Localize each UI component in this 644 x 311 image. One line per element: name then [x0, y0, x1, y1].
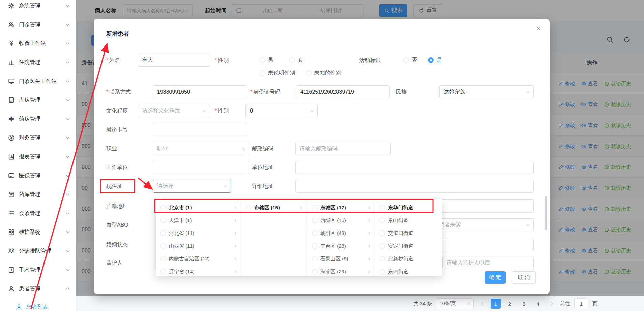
sidebar-item-label: 患者管理	[19, 285, 65, 292]
sidebar-item-inpatient-mgmt[interactable]: 住院管理	[0, 53, 76, 72]
sidebar-item-outpatient-mgmt[interactable]: 门诊管理	[0, 15, 76, 34]
current-address-cascader-select[interactable]: 请选择	[153, 180, 231, 193]
sidebar-item-label: 药房管理	[19, 116, 65, 123]
next-page-button[interactable]	[547, 299, 556, 308]
modal-title: 新增患者	[106, 30, 129, 38]
cascader-option[interactable]: 北新桥街道	[375, 252, 442, 265]
sidebar-item-insurance-mgmt[interactable]: 医保管理	[0, 166, 76, 185]
gender-radio-unknown[interactable]: 未知的性别	[306, 67, 341, 80]
cascader-option[interactable]: 交道口街道	[375, 227, 442, 240]
radio-icon	[380, 205, 385, 210]
cascader-option[interactable]: 安定门街道	[375, 240, 442, 252]
page-button-1[interactable]: 1	[491, 299, 501, 309]
cascader-option[interactable]: 天津市 (1)	[156, 214, 241, 227]
gender-radio-male[interactable]: 男	[260, 54, 273, 67]
cascader-option[interactable]: 内蒙古自治区 (12)	[156, 252, 241, 265]
radio-icon	[380, 269, 385, 274]
contact-input[interactable]	[153, 85, 247, 98]
cascader-option[interactable]: 市辖区 (16)	[241, 201, 307, 214]
grid-icon	[8, 229, 15, 236]
cascader-option[interactable]: 东四街道	[375, 265, 442, 276]
sidebar-item-patient-list[interactable]: 患者列表	[0, 298, 76, 311]
sidebar-item-report-mgmt[interactable]: 报表管理	[0, 147, 76, 166]
sidebar-item-system-mgmt[interactable]: 系统管理	[0, 0, 76, 15]
chevron-right-icon	[367, 231, 371, 236]
cascader-option[interactable]: 海淀区 (29)	[307, 265, 375, 276]
cascader-option[interactable]: 东华门街道	[375, 201, 442, 214]
sidebar-item-label: 财务管理	[19, 134, 65, 142]
sidebar-item-warehouse-mgmt[interactable]: 库房管理	[0, 91, 76, 110]
radio-icon	[246, 205, 251, 210]
sidebar-item-surgery-mgmt[interactable]: 手术管理	[0, 260, 76, 279]
sidebar-item-finance-mgmt[interactable]: 财务管理	[0, 128, 76, 147]
chevron-up-icon	[223, 184, 228, 189]
cascader-option[interactable]: 景山街道	[375, 214, 442, 227]
sidebar-item-label: 维护系统	[19, 229, 65, 236]
unit-address-input[interactable]	[295, 161, 534, 174]
gender2-select[interactable]: 0	[245, 104, 318, 117]
chevron-down-icon	[65, 154, 70, 159]
sidebar-item-label: 收费工作站	[19, 40, 65, 47]
card-icon	[8, 172, 15, 179]
confirm-button[interactable]: 确 定	[485, 271, 506, 284]
page-size-select[interactable]: 10条/页	[436, 298, 474, 309]
work-unit-input[interactable]	[153, 161, 249, 174]
sidebar-item-outpatient-doctor-station[interactable]: 门诊医生工作站	[0, 72, 76, 91]
education-select[interactable]: 请选择文化程度	[138, 104, 210, 117]
sidebar-item-label: 门诊管理	[19, 21, 65, 28]
gear-icon	[8, 2, 15, 9]
gender-radio-unstated[interactable]: 未说明性别	[260, 67, 295, 80]
cancel-button[interactable]: 取 消	[512, 271, 536, 284]
sidebar-item-label: 医保管理	[19, 172, 65, 179]
ethnicity-select[interactable]: 达斡尔族	[439, 85, 534, 98]
goto-page-input[interactable]	[574, 298, 588, 309]
cascader-option[interactable]: 石景山区 (9)	[307, 252, 375, 265]
detail-address-input[interactable]	[295, 180, 534, 193]
cascader-option[interactable]: 丰台区 (26)	[307, 240, 375, 252]
sidebar-item-pharmacy-mgmt[interactable]: 药房管理	[0, 110, 76, 128]
cascader-option[interactable]: 辽宁省 (14)	[156, 265, 241, 276]
id-number-input[interactable]	[296, 85, 390, 98]
cascader-province-column: 北京市 (1) 天津市 (1) 河北省 (11) 山西省 (11) 内蒙古自治区…	[156, 199, 241, 276]
person-icon	[16, 304, 22, 310]
modal-scrollbar[interactable]	[545, 196, 547, 230]
name-input[interactable]	[138, 54, 210, 67]
sidebar-item-drugstore-mgmt[interactable]: 药库管理	[0, 185, 76, 204]
chevron-down-icon	[65, 97, 70, 103]
page-button-4[interactable]: 4	[533, 299, 543, 309]
sidebar-item-consultation-mgmt[interactable]: 会诊管理	[0, 204, 76, 223]
postal-code-input[interactable]	[295, 142, 391, 155]
sidebar-item-maintenance[interactable]: 维护系统	[0, 223, 76, 242]
page-button-3[interactable]: 3	[519, 299, 529, 309]
chevron-down-icon	[65, 267, 70, 273]
close-icon[interactable]	[535, 25, 541, 31]
active-flag-radio-no[interactable]: 否	[403, 54, 417, 67]
chevron-right-icon	[367, 270, 371, 274]
page-button-2[interactable]: 2	[505, 299, 515, 309]
chevron-down-icon	[310, 108, 314, 113]
radio-icon	[312, 256, 317, 261]
sidebar-item-patient-mgmt[interactable]: 患者管理	[0, 279, 76, 298]
occupation-select[interactable]: 职业	[153, 142, 249, 155]
chevron-down-icon	[65, 79, 70, 84]
prev-page-button[interactable]	[478, 299, 487, 308]
cascader-option[interactable]: 西城区 (15)	[307, 214, 375, 227]
pagination: 共 34 条 10条/页 1 2 3 4 前往 页	[413, 298, 597, 309]
chevron-down-icon	[526, 90, 530, 94]
marital-status-label: 婚姻状态	[106, 238, 128, 251]
cascader-option[interactable]: 河北省 (11)	[156, 227, 241, 240]
sidebar-item-triage-queue-mgmt[interactable]: 分诊排队管理	[0, 242, 76, 260]
ethnicity-label: 民族	[396, 85, 407, 98]
cascader-option[interactable]: 东城区 (17)	[307, 201, 375, 214]
sidebar-item-billing-station[interactable]: 收费工作站	[0, 34, 76, 53]
chevron-down-icon	[65, 41, 70, 46]
unit-address-label: 单位地址	[252, 161, 273, 174]
active-flag-radio-yes[interactable]: 是	[428, 54, 442, 67]
card-no-input[interactable]	[153, 123, 247, 136]
cascader-option[interactable]: 北京市 (1)	[156, 201, 241, 214]
cascader-option[interactable]: 朝阳区 (43)	[307, 227, 375, 240]
guardian-phone-input[interactable]	[442, 256, 534, 269]
gender-radio-female[interactable]: 女	[289, 54, 303, 67]
chevron-down-icon	[65, 192, 70, 197]
cascader-option[interactable]: 山西省 (11)	[156, 240, 241, 252]
